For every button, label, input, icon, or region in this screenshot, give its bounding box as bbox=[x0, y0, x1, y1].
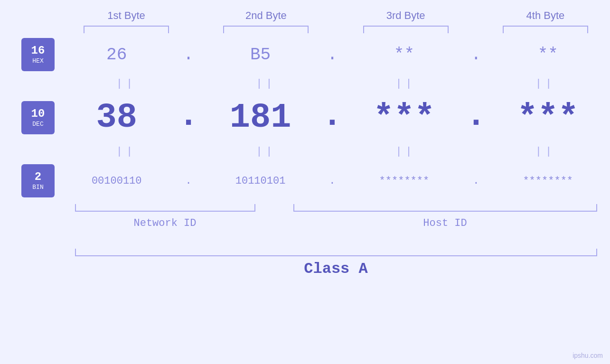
hex-badge: 16 HEX bbox=[21, 38, 55, 71]
hex-dot3: . bbox=[467, 45, 486, 65]
sep-dec-bin: || || || || bbox=[75, 146, 597, 158]
bin-badge-label: BIN bbox=[32, 184, 43, 191]
sep6: || bbox=[223, 146, 309, 158]
main-container: 1st Byte 2nd Byte 3rd Byte 4th Byte 16 H… bbox=[0, 0, 610, 364]
hex-b1: 26 bbox=[74, 45, 160, 65]
bin-b3: ******** bbox=[361, 175, 447, 187]
byte1-header: 1st Byte bbox=[84, 9, 169, 22]
byte3-header: 3rd Byte bbox=[363, 9, 449, 22]
dec-b3: *** bbox=[361, 98, 447, 137]
top-brackets bbox=[75, 26, 597, 33]
sep3: || bbox=[363, 78, 449, 90]
host-id-label: Host ID bbox=[293, 217, 597, 229]
sep4: || bbox=[503, 78, 588, 90]
network-id-label: Network ID bbox=[75, 217, 255, 229]
byte4-header: 4th Byte bbox=[503, 9, 588, 22]
bin-dot1: . bbox=[179, 175, 198, 187]
bin-row: 2 BIN 00100110 . 10110101 . ******** . *… bbox=[0, 159, 610, 202]
dec-dot1: . bbox=[179, 96, 198, 139]
labels-row: Network ID Host ID bbox=[75, 217, 597, 232]
hex-badge-num: 16 bbox=[31, 45, 45, 56]
dec-row: 10 DEC 38 . 181 . *** . *** bbox=[0, 92, 610, 144]
dec-dot2: . bbox=[323, 96, 342, 139]
hex-dot2: . bbox=[323, 45, 342, 65]
hex-values-area: 26 . B5 . ** . ** bbox=[55, 45, 610, 65]
class-bracket bbox=[75, 249, 597, 256]
hex-b2: B5 bbox=[218, 45, 303, 65]
sep5: || bbox=[84, 146, 169, 158]
dec-badge-num: 10 bbox=[31, 108, 45, 120]
bin-badge: 2 BIN bbox=[21, 164, 55, 197]
network-bracket bbox=[75, 204, 255, 212]
bin-b4: ******** bbox=[505, 175, 591, 187]
watermark: ipshu.com bbox=[572, 352, 603, 359]
class-label-row: Class A bbox=[75, 260, 597, 278]
byte2-header: 2nd Byte bbox=[223, 9, 309, 22]
sep-hex-dec: || || || || bbox=[75, 78, 597, 90]
hex-badge-label: HEX bbox=[32, 57, 43, 65]
dec-b4: *** bbox=[505, 98, 591, 137]
dec-badge: 10 DEC bbox=[21, 101, 55, 134]
hex-b3: ** bbox=[361, 45, 447, 65]
sep8: || bbox=[503, 146, 588, 158]
bin-dot2: . bbox=[323, 175, 342, 187]
hex-dot1: . bbox=[179, 45, 198, 65]
dec-b2: 181 bbox=[218, 98, 303, 137]
bin-dot3: . bbox=[467, 175, 486, 187]
hex-row: 16 HEX 26 . B5 . ** . ** bbox=[0, 33, 610, 76]
dec-badge-label: DEC bbox=[32, 121, 43, 128]
dec-b1: 38 bbox=[74, 98, 160, 137]
bin-b1: 00100110 bbox=[74, 175, 160, 187]
sep7: || bbox=[363, 146, 449, 158]
class-bracket-area bbox=[75, 249, 597, 256]
bin-values-area: 00100110 . 10110101 . ******** . *******… bbox=[55, 175, 610, 187]
bin-b2: 10110101 bbox=[218, 175, 303, 187]
hex-b4: ** bbox=[505, 45, 591, 65]
class-label: Class A bbox=[304, 260, 367, 278]
bracket-b3 bbox=[363, 26, 449, 33]
sep1: || bbox=[84, 78, 169, 90]
bracket-b2 bbox=[223, 26, 309, 33]
bottom-brackets bbox=[75, 204, 597, 214]
bracket-b1 bbox=[84, 26, 169, 33]
bin-badge-num: 2 bbox=[35, 171, 41, 183]
byte-headers: 1st Byte 2nd Byte 3rd Byte 4th Byte bbox=[75, 0, 597, 22]
bracket-b4 bbox=[503, 26, 588, 33]
host-bracket bbox=[293, 204, 597, 212]
dec-values-area: 38 . 181 . *** . *** bbox=[55, 96, 610, 139]
dec-dot3: . bbox=[467, 96, 486, 139]
sep2: || bbox=[223, 78, 309, 90]
